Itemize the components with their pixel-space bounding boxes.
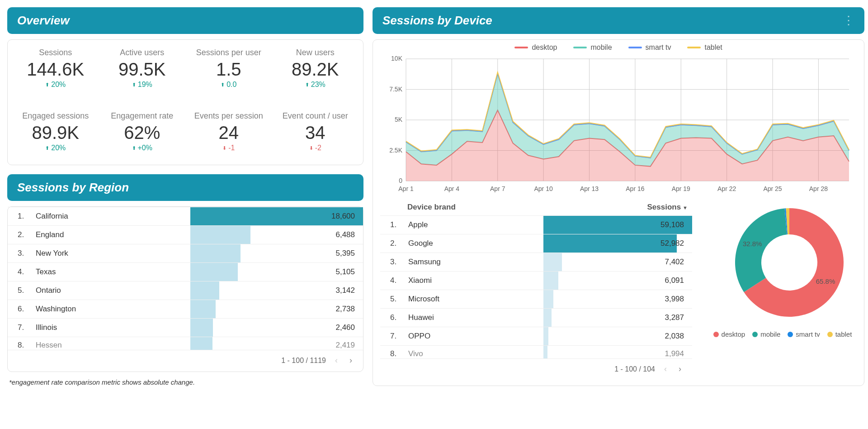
- svg-text:Apr 28: Apr 28: [809, 185, 828, 192]
- svg-text:Apr 16: Apr 16: [626, 185, 644, 192]
- metric-delta: -2: [309, 144, 321, 152]
- metric-label: Events per session: [185, 111, 272, 121]
- metric-delta: 20%: [45, 144, 66, 152]
- svg-text:5K: 5K: [395, 116, 403, 123]
- metric-label: New users: [272, 48, 359, 57]
- metric-label: Event count / user: [272, 111, 359, 121]
- svg-text:7.5K: 7.5K: [389, 86, 402, 93]
- svg-text:65.8%: 65.8%: [816, 277, 835, 285]
- metric-7: Event count / user34-2: [272, 111, 359, 152]
- brands-pager-text: 1 - 100 / 104: [614, 365, 655, 373]
- legend-item[interactable]: desktop: [514, 43, 557, 52]
- metric-delta: -1: [222, 144, 235, 152]
- devices-title: Sessions by Device: [382, 14, 492, 27]
- svg-text:Apr 7: Apr 7: [490, 185, 505, 192]
- device-donut-chart: 65.8%32.8%: [710, 199, 855, 326]
- svg-text:10K: 10K: [391, 55, 403, 62]
- table-row[interactable]: 8.Vivo1,994: [380, 346, 692, 359]
- devices-card: desktopmobilesmart tvtablet 02.5K5K7.5K1…: [373, 39, 864, 386]
- legend-item[interactable]: mobile: [573, 43, 612, 52]
- metric-label: Sessions per user: [185, 48, 272, 57]
- regions-next-button[interactable]: ›: [347, 354, 355, 367]
- svg-text:2.5K: 2.5K: [389, 147, 402, 154]
- metric-value: 1.5: [185, 59, 272, 80]
- brands-next-button[interactable]: ›: [676, 362, 684, 376]
- svg-text:Apr 19: Apr 19: [672, 185, 690, 192]
- table-row[interactable]: 3.New York5,395: [8, 244, 363, 263]
- regions-prev-button[interactable]: ‹: [332, 354, 340, 367]
- table-row[interactable]: 1.California18,600: [8, 207, 363, 226]
- metric-6: Events per session24-1: [185, 111, 272, 152]
- devices-header: Sessions by Device ⋮: [373, 7, 864, 34]
- metric-label: Engagement rate: [99, 111, 186, 121]
- table-row[interactable]: 6.Huawei3,287: [380, 309, 692, 327]
- svg-text:32.8%: 32.8%: [743, 240, 762, 248]
- regions-pager-text: 1 - 100 / 1119: [281, 357, 326, 365]
- svg-text:Apr 22: Apr 22: [717, 185, 736, 192]
- metric-4: Engaged sessions89.9K20%: [12, 111, 99, 152]
- brand-col-header[interactable]: Device brand: [403, 199, 543, 216]
- metric-value: 62%: [99, 123, 186, 143]
- donut-legend-item[interactable]: desktop: [713, 330, 745, 338]
- footnote: *engagement rate comparison metric shows…: [7, 378, 363, 386]
- donut-legend-item[interactable]: smart tv: [788, 330, 820, 338]
- brands-prev-button[interactable]: ‹: [661, 362, 670, 376]
- metric-value: 34: [272, 123, 359, 143]
- metric-0: Sessions144.6K20%: [12, 48, 99, 89]
- overview-header: Overview: [7, 7, 363, 34]
- metric-delta: 20%: [45, 81, 66, 89]
- metric-delta: 23%: [305, 81, 326, 89]
- table-row[interactable]: 2.England6,488: [8, 226, 363, 244]
- svg-text:Apr 4: Apr 4: [444, 185, 460, 192]
- svg-text:Apr 1: Apr 1: [398, 185, 414, 192]
- metric-value: 99.5K: [99, 59, 186, 80]
- sessions-col-header[interactable]: Sessions▼: [543, 199, 693, 216]
- table-row[interactable]: 8.Hessen2,419: [8, 337, 363, 350]
- legend-item[interactable]: tablet: [687, 43, 722, 52]
- metric-2: Sessions per user1.50.0: [185, 48, 272, 89]
- metric-value: 24: [185, 123, 272, 143]
- table-row[interactable]: 5.Ontario3,142: [8, 281, 363, 300]
- metric-1: Active users99.5K19%: [99, 48, 186, 89]
- svg-text:0: 0: [399, 177, 402, 184]
- metric-label: Active users: [99, 48, 186, 57]
- svg-text:Apr 13: Apr 13: [580, 185, 599, 192]
- metric-value: 89.2K: [272, 59, 359, 80]
- donut-legend-item[interactable]: tablet: [827, 330, 852, 338]
- svg-text:Apr 25: Apr 25: [763, 185, 782, 192]
- more-icon[interactable]: ⋮: [843, 14, 854, 28]
- metric-3: New users89.2K23%: [272, 48, 359, 89]
- legend-item[interactable]: smart tv: [628, 43, 671, 52]
- metric-delta: 19%: [132, 81, 152, 89]
- device-brand-table: Device brand Sessions▼ 1.Apple59,1082.Go…: [380, 199, 692, 358]
- table-row[interactable]: 7.OPPO2,038: [380, 327, 692, 346]
- overview-card: Sessions144.6K20%Active users99.5K19%Ses…: [7, 39, 363, 165]
- sessions-area-chart: 02.5K5K7.5K10KApr 1Apr 4Apr 7Apr 10Apr 1…: [382, 54, 855, 195]
- brands-pager: 1 - 100 / 104 ‹ ›: [380, 358, 692, 380]
- metric-delta: +0%: [132, 144, 152, 152]
- table-row[interactable]: 7.Illinois2,460: [8, 319, 363, 337]
- metric-delta: 0.0: [221, 81, 236, 89]
- table-row[interactable]: 4.Texas5,105: [8, 263, 363, 281]
- metric-label: Engaged sessions: [12, 111, 99, 121]
- metric-value: 89.9K: [12, 123, 99, 143]
- table-row[interactable]: 5.Microsoft3,998: [380, 290, 692, 309]
- table-row[interactable]: 3.Samsung7,402: [380, 253, 692, 272]
- metric-5: Engagement rate62%+0%: [99, 111, 186, 152]
- table-row[interactable]: 1.Apple59,108: [380, 216, 692, 234]
- metric-value: 144.6K: [12, 59, 99, 80]
- table-row[interactable]: 6.Washington2,738: [8, 300, 363, 319]
- svg-text:Apr 10: Apr 10: [534, 185, 553, 192]
- table-row[interactable]: 4.Xiaomi6,091: [380, 272, 692, 290]
- regions-pager: 1 - 100 / 1119 ‹ ›: [8, 350, 363, 372]
- table-row[interactable]: 2.Google52,982: [380, 234, 692, 253]
- regions-header: Sessions by Region: [7, 174, 363, 201]
- donut-legend-item[interactable]: mobile: [752, 330, 780, 338]
- regions-card: 1.California18,6002.England6,4883.New Yo…: [7, 206, 363, 372]
- metric-label: Sessions: [12, 48, 99, 57]
